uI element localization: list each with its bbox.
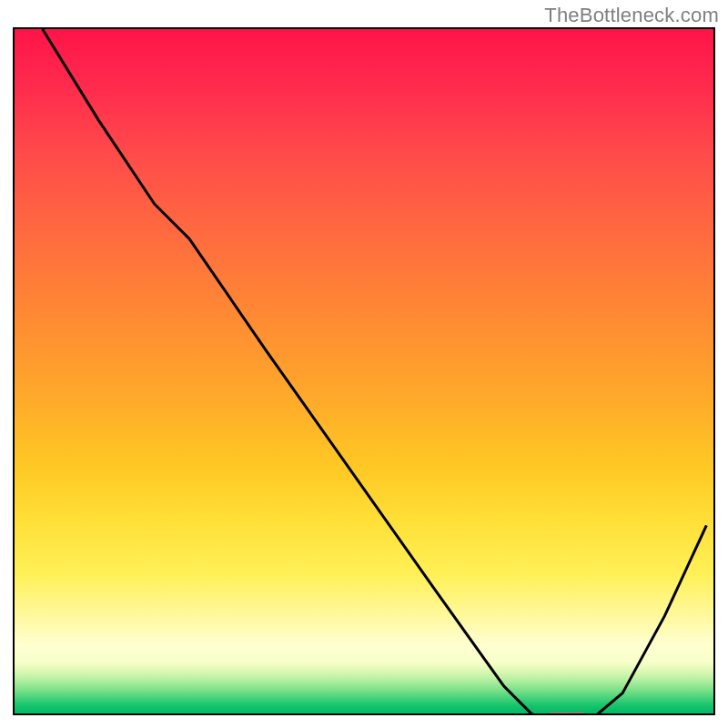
svg-rect-0 [546, 713, 588, 715]
chart-container: TheBottleneck.com [0, 0, 728, 728]
optimal-marker [546, 713, 588, 715]
bottleneck-curve [43, 29, 707, 715]
plot-area [13, 27, 715, 715]
watermark-text: TheBottleneck.com [544, 4, 719, 27]
curve-overlay [15, 29, 713, 715]
